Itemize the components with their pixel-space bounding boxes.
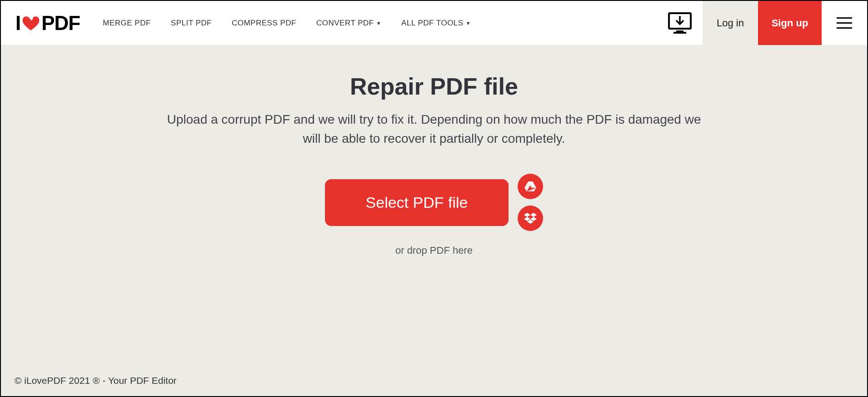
svg-marker-8 <box>530 213 537 217</box>
nav-all-pdf-tools[interactable]: ALL PDF TOOLS ▼ <box>391 19 481 28</box>
header: I PDF MERGE PDF SPLIT PDF COMPRESS PDF C… <box>1 1 867 45</box>
nav-merge-pdf[interactable]: MERGE PDF <box>93 19 161 28</box>
select-pdf-button[interactable]: Select PDF file <box>325 179 509 226</box>
nav: MERGE PDF SPLIT PDF COMPRESS PDF CONVERT… <box>93 1 481 45</box>
caret-down-icon: ▼ <box>466 20 471 26</box>
logo-suffix: PDF <box>41 12 80 35</box>
dropbox-icon <box>524 212 537 224</box>
google-drive-button[interactable] <box>518 174 543 199</box>
hamburger-icon <box>837 17 852 29</box>
spacer <box>481 1 657 45</box>
signup-button[interactable]: Sign up <box>758 1 822 45</box>
dropbox-button[interactable] <box>518 206 543 231</box>
nav-convert-pdf[interactable]: CONVERT PDF ▼ <box>306 19 391 28</box>
page-title: Repair PDF file <box>350 73 518 100</box>
logo[interactable]: I PDF <box>1 1 93 45</box>
heart-icon <box>21 14 40 33</box>
logo-prefix: I <box>15 12 20 35</box>
page-subtitle: Upload a corrupt PDF and we will try to … <box>161 110 707 148</box>
footer-text: © iLovePDF 2021 ® - Your PDF Editor <box>15 375 177 386</box>
menu-button[interactable] <box>822 1 867 45</box>
monitor-download-icon <box>667 11 693 35</box>
drop-hint: or drop PDF here <box>395 245 473 256</box>
svg-marker-7 <box>524 213 530 217</box>
desktop-download-button[interactable] <box>657 1 703 45</box>
google-drive-icon <box>524 181 537 192</box>
nav-split-pdf[interactable]: SPLIT PDF <box>161 19 222 28</box>
login-button[interactable]: Log in <box>703 1 758 45</box>
footer: © iLovePDF 2021 ® - Your PDF Editor <box>1 367 867 396</box>
svg-rect-2 <box>673 32 686 34</box>
svg-rect-1 <box>676 30 683 32</box>
main-content: Repair PDF file Upload a corrupt PDF and… <box>1 45 867 367</box>
caret-down-icon: ▼ <box>376 20 381 26</box>
nav-compress-pdf[interactable]: COMPRESS PDF <box>222 19 306 28</box>
cloud-options <box>518 174 543 231</box>
upload-row: Select PDF file <box>325 174 544 231</box>
